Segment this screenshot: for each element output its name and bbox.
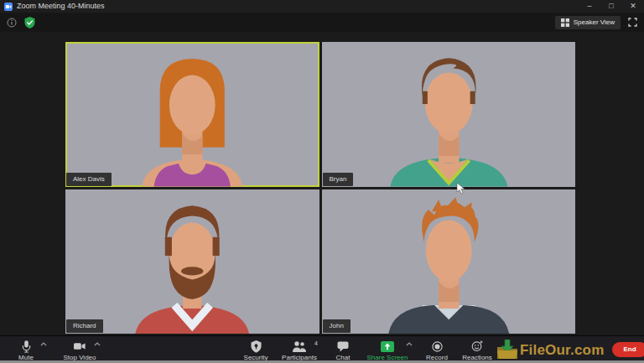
- avatar-man-teal-shirt: [322, 42, 576, 187]
- fullscreen-icon: [628, 18, 637, 27]
- avatar-woman-orange-hair: [65, 42, 319, 187]
- participants-count-badge: 4: [314, 340, 318, 346]
- avatar-man-beard-red-shirt: [65, 189, 319, 334]
- video-tile-alex-davis[interactable]: Alex Davis: [65, 42, 319, 187]
- stop-video-button[interactable]: Stop Video: [60, 336, 99, 363]
- end-meeting-button[interactable]: End: [612, 342, 644, 357]
- close-button[interactable]: ✕: [622, 0, 644, 13]
- security-button[interactable]: Security: [236, 336, 275, 363]
- security-shield-icon: [251, 340, 262, 353]
- encryption-status-button[interactable]: [24, 17, 35, 29]
- video-camera-icon: [74, 342, 86, 350]
- encryption-shield-icon: [24, 17, 35, 29]
- speaker-view-button[interactable]: Speaker View: [555, 16, 621, 29]
- minimize-button[interactable]: –: [579, 0, 600, 13]
- chat-bubble-icon: [337, 341, 349, 352]
- record-button[interactable]: Record: [418, 336, 456, 363]
- fullscreen-button[interactable]: [628, 18, 637, 27]
- video-stage: Alex Davis Bryan: [0, 32, 644, 335]
- maximize-button[interactable]: □: [600, 0, 622, 13]
- participants-icon: [292, 341, 307, 352]
- gallery-grid: Alex Davis Bryan: [65, 42, 575, 334]
- avatar-man-orange-hair-jacket: [322, 189, 576, 334]
- video-tile-richard[interactable]: Richard: [65, 189, 319, 334]
- record-icon: [432, 341, 443, 352]
- participant-name-tag: Bryan: [323, 173, 354, 186]
- zoom-logo-icon: [4, 3, 13, 11]
- meeting-header: Speaker View: [0, 13, 644, 32]
- speaker-view-label: Speaker View: [574, 19, 615, 26]
- participant-name-tag: Alex Davis: [66, 173, 112, 186]
- video-tile-bryan[interactable]: Bryan: [322, 42, 576, 187]
- info-icon: [7, 18, 17, 28]
- fileour-watermark-text: FileOur.com: [520, 343, 604, 357]
- participant-name-tag: Richard: [66, 319, 103, 333]
- chevron-up-icon[interactable]: [94, 342, 101, 346]
- chevron-up-icon[interactable]: [40, 342, 47, 346]
- meeting-toolbar: Mute Stop Video: [0, 335, 644, 363]
- video-tile-john[interactable]: John: [322, 189, 576, 334]
- window-title: Zoom Meeting 40-Minutes: [17, 0, 105, 13]
- view-grid-icon: [561, 18, 569, 27]
- share-screen-icon: [381, 341, 394, 352]
- participant-name-tag: John: [323, 319, 351, 333]
- share-screen-button[interactable]: Share Screen: [364, 336, 411, 363]
- zoom-meeting-window: Zoom Meeting 40-Minutes – □ ✕: [0, 0, 644, 363]
- fileour-watermark: FileOur.com: [496, 340, 604, 360]
- titlebar: Zoom Meeting 40-Minutes – □ ✕: [0, 0, 644, 13]
- meeting-info-button[interactable]: [7, 18, 17, 28]
- participants-button[interactable]: Participants 4: [277, 336, 322, 363]
- chat-button[interactable]: Chat: [324, 336, 362, 363]
- reactions-button[interactable]: Reactions: [458, 336, 496, 363]
- reactions-smiley-icon: [471, 340, 483, 352]
- fileour-folder-download-icon: [496, 340, 518, 360]
- microphone-icon: [22, 340, 31, 353]
- chevron-up-icon[interactable]: [406, 342, 413, 346]
- mute-button[interactable]: Mute: [7, 336, 45, 363]
